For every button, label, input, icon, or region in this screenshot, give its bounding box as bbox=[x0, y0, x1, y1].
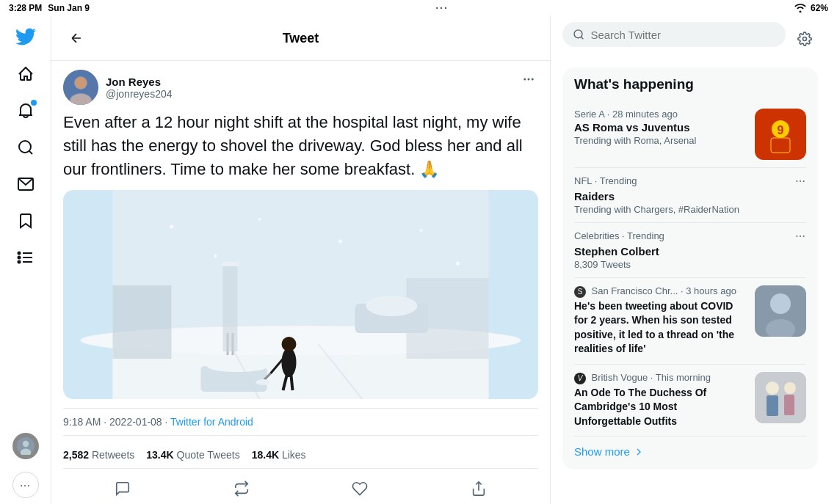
svg-point-7 bbox=[18, 257, 20, 259]
svg-point-26 bbox=[366, 296, 418, 316]
retweet-button[interactable] bbox=[225, 475, 258, 503]
tweet-header: Tweet bbox=[51, 16, 550, 61]
tweet-source-separator: · bbox=[165, 416, 171, 428]
trend-category-colbert: Celebrities · Trending bbox=[574, 230, 664, 241]
svg-point-17 bbox=[523, 78, 526, 81]
svg-point-6 bbox=[18, 252, 20, 255]
trend-item-colbert[interactable]: Celebrities · Trending Stephen Colbert 8… bbox=[574, 223, 806, 278]
tweet-source-link[interactable]: Twitter for Android bbox=[170, 416, 253, 428]
sidebar-more-button[interactable]: ··· bbox=[12, 472, 39, 498]
svg-rect-47 bbox=[222, 262, 239, 266]
svg-point-57 bbox=[800, 180, 801, 182]
like-button[interactable] bbox=[343, 475, 377, 503]
trend-name-colbert: Stephen Colbert bbox=[574, 245, 806, 258]
status-date: Sun Jan 9 bbox=[48, 3, 90, 13]
likes-count: 18.4K Likes bbox=[252, 449, 306, 461]
svg-point-59 bbox=[796, 235, 797, 237]
status-center: ··· bbox=[435, 2, 449, 14]
right-sidebar: What's happening Serie A · 28 minutes ag… bbox=[551, 16, 830, 504]
news-meta-vogue: V British Vogue · This morning bbox=[574, 372, 746, 384]
sidebar-item-messages[interactable] bbox=[9, 167, 43, 201]
main-content: Tweet bbox=[51, 16, 551, 504]
twitter-logo[interactable] bbox=[11, 22, 40, 51]
svg-point-15 bbox=[75, 77, 87, 89]
news-thumb-vogue bbox=[755, 372, 806, 423]
reply-button[interactable] bbox=[106, 475, 140, 503]
tweet-header-title: Tweet bbox=[101, 31, 500, 46]
user-avatar bbox=[12, 433, 39, 459]
settings-icon bbox=[797, 32, 812, 46]
quote-retweet-count: 13.4K Quote Tweets bbox=[146, 449, 239, 461]
sidebar-item-bookmarks[interactable] bbox=[9, 204, 43, 238]
search-row bbox=[562, 22, 818, 56]
tweet-author-info: Jon Reyes @jonreyes204 bbox=[63, 70, 173, 105]
sidebar-item-notifications[interactable] bbox=[9, 94, 43, 128]
status-bar: 3:28 PM Sun Jan 9 ··· 62% bbox=[0, 0, 837, 16]
svg-point-43 bbox=[456, 261, 460, 265]
news-item-vogue[interactable]: V British Vogue · This morning An Ode To… bbox=[574, 365, 806, 437]
chevron-right-icon bbox=[633, 446, 645, 458]
more-icon: ··· bbox=[20, 479, 31, 491]
app-container: ··· Tweet bbox=[0, 16, 837, 504]
sidebar-item-home[interactable] bbox=[9, 57, 43, 91]
tweet-time: 9:18 AM · 2022-01-08 bbox=[63, 416, 162, 428]
sidebar-item-search[interactable] bbox=[9, 131, 43, 164]
news-headline-sf: He's been tweeting about COVID for 2 yea… bbox=[574, 299, 746, 357]
tweet-more-button[interactable] bbox=[519, 70, 538, 92]
trend-info-roma: Serie A · 28 minutes ago AS Roma vs Juve… bbox=[574, 109, 746, 146]
svg-point-39 bbox=[214, 255, 217, 258]
news-item-sf[interactable]: S San Francisco Chr... · 3 hours ago He'… bbox=[574, 278, 806, 365]
svg-point-61 bbox=[803, 235, 805, 237]
retweet-count: 2,582 Retweets bbox=[63, 449, 134, 461]
search-input[interactable] bbox=[590, 29, 775, 41]
svg-point-42 bbox=[420, 229, 423, 232]
sidebar: ··· bbox=[0, 16, 51, 504]
svg-line-1 bbox=[29, 151, 32, 154]
likes-label: Likes bbox=[282, 449, 306, 461]
share-button[interactable] bbox=[462, 475, 496, 503]
whats-happening-panel: What's happening Serie A · 28 minutes ag… bbox=[562, 67, 818, 470]
svg-point-51 bbox=[803, 37, 807, 41]
svg-point-10 bbox=[22, 441, 28, 447]
tweet-text: Even after a 12 hour night shift at the … bbox=[63, 111, 538, 181]
news-headline-vogue: An Ode To The Duchess Of Cambridge's 10 … bbox=[574, 386, 746, 429]
tweet-author-row: Jon Reyes @jonreyes204 bbox=[63, 70, 538, 105]
svg-point-60 bbox=[800, 235, 801, 237]
search-bar[interactable] bbox=[562, 22, 786, 47]
svg-point-56 bbox=[796, 180, 797, 182]
svg-point-38 bbox=[170, 224, 173, 228]
trend-item-roma[interactable]: Serie A · 28 minutes ago AS Roma vs Juve… bbox=[574, 101, 806, 168]
tweet-image[interactable] bbox=[63, 190, 538, 399]
trend-category-raiders: NFL · Trending bbox=[574, 175, 637, 186]
svg-rect-67 bbox=[767, 395, 778, 416]
author-details: Jon Reyes @jonreyes204 bbox=[106, 76, 173, 100]
trend-info-raiders: NFL · Trending Raiders Trending with Cha… bbox=[574, 175, 806, 215]
sidebar-item-lists[interactable] bbox=[9, 241, 43, 274]
quote-retweets-label: Quote Tweets bbox=[177, 449, 240, 461]
status-bar-left: 3:28 PM Sun Jan 9 bbox=[9, 3, 90, 13]
settings-button[interactable] bbox=[791, 26, 818, 52]
back-button[interactable] bbox=[63, 25, 90, 51]
whats-happening-title: What's happening bbox=[574, 76, 806, 92]
tweet-body: Jon Reyes @jonreyes204 Even after a 12 h… bbox=[51, 61, 550, 504]
trend-sub-colbert: 8,309 Tweets bbox=[574, 259, 806, 270]
svg-text:9: 9 bbox=[778, 124, 784, 136]
svg-line-50 bbox=[581, 37, 583, 39]
svg-point-58 bbox=[803, 180, 805, 182]
svg-point-66 bbox=[766, 381, 779, 395]
svg-point-68 bbox=[784, 382, 796, 394]
svg-point-40 bbox=[258, 218, 261, 221]
svg-point-32 bbox=[282, 337, 297, 351]
trend-more-colbert[interactable] bbox=[794, 230, 806, 245]
svg-rect-69 bbox=[784, 395, 794, 415]
author-avatar[interactable] bbox=[63, 70, 98, 105]
sidebar-item-profile[interactable] bbox=[9, 429, 43, 463]
vogue-logo: V bbox=[574, 373, 586, 384]
trend-item-raiders[interactable]: NFL · Trending Raiders Trending with Cha… bbox=[574, 168, 806, 223]
svg-point-18 bbox=[528, 78, 530, 81]
show-more-button[interactable]: Show more bbox=[574, 437, 806, 461]
svg-point-8 bbox=[18, 261, 20, 263]
search-icon bbox=[573, 28, 584, 41]
news-info-sf: S San Francisco Chr... · 3 hours ago He'… bbox=[574, 285, 746, 357]
trend-more-raiders[interactable] bbox=[794, 175, 806, 190]
